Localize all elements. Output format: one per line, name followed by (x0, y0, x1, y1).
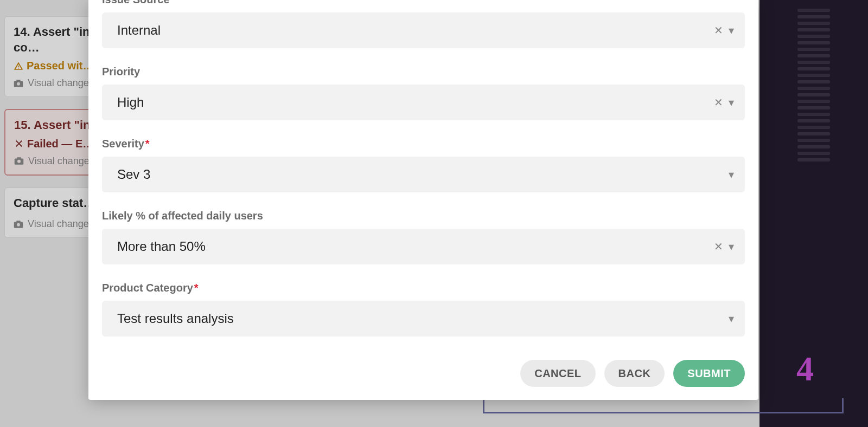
field-issue-source: Issue Source Internal ✕ ▾ (102, 0, 745, 48)
required-indicator: * (145, 138, 150, 150)
field-priority: Priority High ✕ ▾ (102, 66, 745, 120)
select-issue-source[interactable]: Internal ✕ ▾ (102, 12, 745, 48)
select-severity[interactable]: Sev 3 ▾ (102, 157, 745, 192)
chevron-down-icon[interactable]: ▾ (729, 169, 734, 180)
required-indicator: * (194, 282, 199, 294)
cancel-button[interactable]: CANCEL (520, 360, 595, 387)
select-value: Sev 3 (117, 167, 150, 182)
modal-footer: CANCEL BACK SUBMIT (88, 360, 745, 387)
select-affected-users[interactable]: More than 50% ✕ ▾ (102, 229, 745, 264)
field-severity: Severity* Sev 3 ▾ (102, 138, 745, 192)
chevron-down-icon[interactable]: ▾ (729, 313, 734, 324)
issue-form-modal: Issue Source Internal ✕ ▾ Priority High … (88, 0, 758, 400)
field-product-category: Product Category* Test results analysis … (102, 282, 745, 337)
chevron-down-icon[interactable]: ▾ (729, 97, 734, 108)
field-label: Priority (102, 66, 745, 78)
field-label: Issue Source (102, 0, 745, 6)
select-value: More than 50% (117, 239, 206, 254)
back-button[interactable]: BACK (604, 360, 665, 387)
submit-button[interactable]: SUBMIT (673, 360, 745, 387)
clear-icon[interactable]: ✕ (714, 25, 723, 36)
modal-body: Issue Source Internal ✕ ▾ Priority High … (102, 0, 745, 400)
clear-icon[interactable]: ✕ (714, 97, 723, 108)
select-value: High (117, 95, 144, 110)
select-value: Test results analysis (117, 311, 234, 326)
chevron-down-icon[interactable]: ▾ (729, 25, 734, 36)
select-priority[interactable]: High ✕ ▾ (102, 85, 745, 120)
field-affected-users: Likely % of affected daily users More th… (102, 210, 745, 264)
clear-icon[interactable]: ✕ (714, 241, 723, 252)
field-label: Product Category* (102, 282, 745, 294)
select-value: Internal (117, 23, 161, 38)
field-label: Severity* (102, 138, 745, 150)
chevron-down-icon[interactable]: ▾ (729, 241, 734, 252)
field-label: Likely % of affected daily users (102, 210, 745, 222)
select-product-category[interactable]: Test results analysis ▾ (102, 301, 745, 337)
